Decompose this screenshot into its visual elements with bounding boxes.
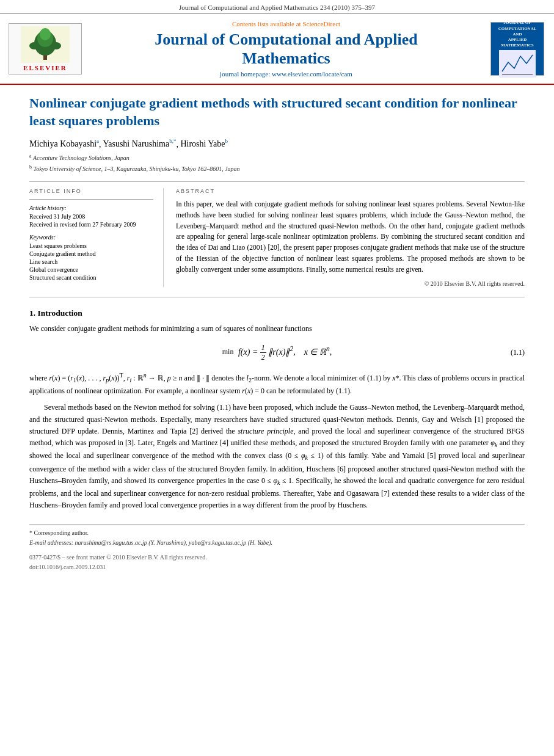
formula-fraction: 1 2 [260,343,266,362]
info-abstract-section: ARTICLE INFO Article history: Received 3… [29,188,525,287]
elsevier-logo-area: ELSEVIER [9,23,82,75]
divider-info [29,199,153,200]
journal-ref-text: Journal of Computational and Applied Mat… [179,4,375,11]
elsevier-wordmark: ELSEVIER [23,64,67,71]
intro-paragraph-3: Several methods based on the Newton meth… [29,402,525,511]
svg-point-4 [40,28,51,40]
journal-banner-center: Contents lists available at ScienceDirec… [88,20,484,78]
intro-paragraph-2: where r(x) = (r1(x), . . . , rp(x))T, ri… [29,371,525,398]
received-date: Received 31 July 2008 [29,213,153,220]
formula-block: min f(x) = 1 2 ‖r(x)‖2, x ∈ ℝn, (1.1) [29,343,525,362]
introduction-heading: 1. Introduction [29,308,525,318]
journal-banner: ELSEVIER Contents lists available at Sci… [0,14,554,85]
divider-1 [29,181,525,182]
main-content: Nonlinear conjugate gradient methods wit… [0,85,554,584]
divider-2 [29,297,525,297]
author-2: Yasushi Narushimab,* [103,139,177,148]
journal-reference-header: Journal of Computational and Applied Mat… [0,0,554,14]
keyword-5: Structured secant condition [29,274,153,281]
journal-cover: JOURNAL OFCOMPUTATIONAL ANDAPPLIEDMATHEM… [490,22,544,76]
journal-cover-decorative [499,50,536,78]
article-title: Nonlinear conjugate gradient methods wit… [29,95,525,129]
abstract-section: ABSTRACT In this paper, we deal with con… [176,188,525,287]
journal-title-banner: Journal of Computational and Applied Mat… [88,30,484,68]
abstract-heading: ABSTRACT [176,188,525,194]
keyword-3: Line search [29,258,153,265]
keyword-2: Conjugate gradient method [29,250,153,257]
email-note: E-mail addresses: narushima@rs.kagu.tus.… [29,538,525,548]
affiliations: a Accenture Technology Solutions, Japan … [29,153,525,174]
affiliation-b: b Tokyo University of Science, 1–3, Kagu… [29,164,525,174]
affiliation-a: a Accenture Technology Solutions, Japan [29,153,525,163]
article-info-heading: ARTICLE INFO [29,188,153,194]
issn-line: 0377-0427/$ – see front matter © 2010 El… [29,553,525,572]
formula-min: min [222,347,234,356]
sciencedirect-link: Contents lists available at ScienceDirec… [88,20,484,27]
svg-rect-7 [499,50,536,78]
formula-label: (1.1) [511,348,525,357]
author-1: Michiya Kobayashia [29,139,99,148]
journal-cover-title-text: JOURNAL OFCOMPUTATIONAL ANDAPPLIEDMATHEM… [494,20,541,48]
article-info-column: ARTICLE INFO Article history: Received 3… [29,188,164,287]
elsevier-tree-icon [21,26,70,63]
journal-homepage: journal homepage: www.elsevier.com/locat… [88,70,484,78]
abstract-text: In this paper, we deal with conjugate gr… [176,199,525,275]
author-3: Hiroshi Yabeb [180,139,228,148]
journal-cover-area: JOURNAL OFCOMPUTATIONAL ANDAPPLIEDMATHEM… [490,22,545,76]
intro-paragraph-1: We consider conjugate gradient methods f… [29,323,525,335]
revised-date: Received in revised form 27 February 200… [29,221,153,228]
copyright-line: © 2010 Elsevier B.V. All rights reserved… [176,280,525,287]
keyword-1: Least squares problems [29,242,153,249]
keyword-4: Global convergence [29,266,153,273]
keywords-label: Keywords: [29,234,153,241]
article-history-label: Article history: [29,205,153,211]
footer-notes: * Corresponding author. E-mail addresses… [29,524,525,572]
svg-point-6 [51,42,61,49]
formula-content: min f(x) = 1 2 ‖r(x)‖2, x ∈ ℝn, [222,343,332,362]
corresponding-author-note: * Corresponding author. [29,528,525,538]
svg-point-5 [29,42,39,49]
authors-line: Michiya Kobayashia, Yasushi Narushimab,*… [29,139,525,150]
